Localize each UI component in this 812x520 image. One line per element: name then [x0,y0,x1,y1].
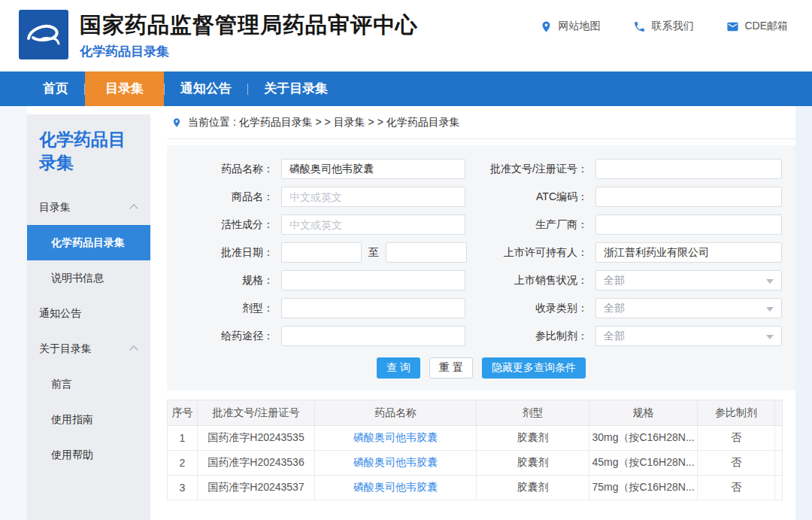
manufacturer-input[interactable] [595,214,782,235]
cell-dosage-form: 胶囊剂 [477,476,589,500]
contact-us-link-label: 联系我们 [651,20,693,33]
site-title: 国家药品监督管理局药品审评中心 [80,11,418,39]
cell-spec: 30mg（按C16H28N... [589,426,698,451]
cell-approval-no: 国药准字H20243535 [198,426,315,451]
drug-name-link[interactable]: 磷酸奥司他韦胶囊 [353,456,438,468]
nav-item-home[interactable]: 首页 [27,71,84,106]
approval-date-to-input[interactable] [386,242,467,263]
sidebar: 化学药品目录集 目录集 化学药品目录集 说明书信息 通知公告 关于目录集 前言 … [27,114,150,520]
cell-reference: 否 [698,451,775,476]
sidebar-item-label: 目录集 [39,201,71,214]
nav-item-about-catalog[interactable]: 关于目录集 [248,71,344,106]
site-header: 国家药品监督管理局药品审评中心 化学药品目录集 网站地图 联系我们 CDE邮箱 [0,0,812,71]
trade-name-input[interactable] [281,187,465,207]
cell-spacer [775,426,783,451]
category-select[interactable]: 全部 [595,298,782,318]
reference-select[interactable]: 全部 [595,326,782,346]
breadcrumb: 当前位置 : 化学药品目录集 > > 目录集 > > 化学药品目录集 [167,106,795,139]
sidebar-item-help[interactable]: 使用帮助 [27,437,150,473]
approval-date-label: 批准日期： [167,246,281,260]
swan-logo-icon [19,10,68,59]
sidebar-title: 化学药品目录集 [27,114,150,181]
approval-no-input[interactable] [595,159,782,179]
sitemap-link-label: 网站地图 [558,20,600,33]
drug-name-input[interactable] [281,159,465,179]
spec-label: 规格： [167,274,281,287]
cell-index: 3 [168,476,198,500]
date-range-separator: 至 [368,246,379,260]
cell-dosage-form: 胶囊剂 [477,426,589,451]
location-pin-icon [540,20,553,33]
table-row: 3 国药准字H20243537 磷酸奥司他韦胶囊 胶囊剂 75mg（按C16H2… [168,476,783,500]
cell-reference: 否 [698,476,775,500]
route-label: 给药途径： [167,330,281,343]
page-right-margin [795,106,812,520]
col-header-index: 序号 [168,400,198,426]
sidebar-item-about-group[interactable]: 关于目录集 [27,331,150,366]
cell-spec: 45mg（按C16H28N... [589,451,698,476]
sidebar-item-label: 说明书信息 [51,272,104,285]
chevron-up-icon [129,345,138,354]
atc-code-label: ATC编码： [481,190,595,204]
sidebar-item-instruction-info[interactable]: 说明书信息 [27,260,150,296]
sidebar-item-notices[interactable]: 通知公告 [27,296,150,331]
market-status-label: 上市销售状况： [481,274,595,287]
category-label: 收录类别： [481,302,595,315]
sitemap-link[interactable]: 网站地图 [540,20,600,33]
cde-mail-link[interactable]: CDE邮箱 [726,20,788,33]
chevron-up-icon [129,204,138,212]
cell-spacer [775,476,783,500]
route-input[interactable] [281,326,465,346]
hide-more-conditions-button[interactable]: 隐藏更多查询条件 [482,357,586,379]
contact-us-link[interactable]: 联系我们 [633,20,693,33]
approval-date-from-input[interactable] [281,242,362,263]
cde-logo [19,10,68,59]
dosage-form-input[interactable] [281,298,465,318]
mah-input[interactable] [595,242,782,263]
sidebar-item-chemical-drug-catalog[interactable]: 化学药品目录集 [27,225,150,260]
cell-index: 2 [168,451,198,476]
approval-no-label: 批准文号/注册证号： [481,163,595,176]
reset-button[interactable]: 重 置 [429,357,473,379]
sidebar-item-label: 通知公告 [39,307,81,321]
select-value: 全部 [604,274,625,287]
spec-input[interactable] [281,270,465,290]
main-nav: 首页 目录集 通知公告 关于目录集 [0,71,812,106]
nav-item-catalog[interactable]: 目录集 [85,71,164,106]
cell-approval-no: 国药准字H20243536 [198,451,315,476]
sidebar-item-preface[interactable]: 前言 [27,366,150,402]
sidebar-item-label: 化学药品目录集 [51,236,125,250]
trade-name-label: 商品名： [167,190,281,204]
location-pin-icon [171,117,182,128]
nav-item-notices[interactable]: 通知公告 [165,71,247,106]
breadcrumb-text: 当前位置 : 化学药品目录集 > > 目录集 > > 化学药品目录集 [188,116,460,129]
phone-icon [633,20,646,33]
manufacturer-label: 生产厂商： [481,218,595,232]
market-status-select[interactable]: 全部 [595,270,782,290]
table-header-row: 序号 批准文号/注册证号 药品名称 剂型 规格 参比制剂 [168,400,783,426]
cell-spec: 75mg（按C16H28N... [589,476,698,500]
drug-name-link[interactable]: 磷酸奥司他韦胶囊 [353,431,438,443]
cell-reference: 否 [698,426,775,451]
sidebar-item-label: 使用指南 [51,413,93,427]
sidebar-item-catalog-group[interactable]: 目录集 [27,190,150,225]
drug-name-link[interactable]: 磷酸奥司他韦胶囊 [353,481,438,493]
col-header-spec: 规格 [589,400,698,426]
col-header-drug-name: 药品名称 [315,400,477,426]
col-header-spacer [775,400,783,426]
active-ingredient-input[interactable] [281,214,465,235]
table-row: 1 国药准字H20243535 磷酸奥司他韦胶囊 胶囊剂 30mg（按C16H2… [168,426,783,451]
results-table: 序号 批准文号/注册证号 药品名称 剂型 规格 参比制剂 1 国药准字H2024… [167,400,783,500]
table-row: 2 国药准字H20243536 磷酸奥司他韦胶囊 胶囊剂 45mg（按C16H2… [168,451,783,476]
cell-approval-no: 国药准字H20243537 [198,476,315,500]
sidebar-item-user-guide[interactable]: 使用指南 [27,402,150,437]
envelope-icon [726,20,739,33]
main-content: 当前位置 : 化学药品目录集 > > 目录集 > > 化学药品目录集 药品名称：… [167,106,795,520]
col-header-reference: 参比制剂 [698,400,775,426]
sidebar-item-label: 前言 [51,378,72,391]
atc-code-input[interactable] [595,187,782,207]
search-button[interactable]: 查 询 [377,357,420,379]
site-subtitle: 化学药品目录集 [80,43,418,60]
chevron-down-icon [766,279,774,284]
dosage-form-label: 剂型： [167,302,281,315]
